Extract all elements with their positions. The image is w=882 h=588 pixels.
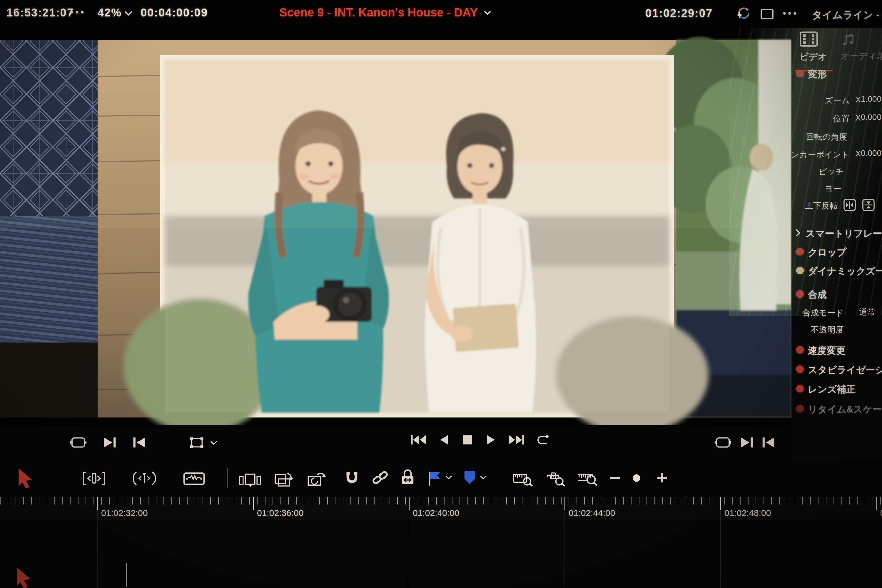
lens-correction-toggle[interactable] xyxy=(796,385,804,393)
transport-controls xyxy=(410,434,551,446)
viewer-zoom-level[interactable]: 42% xyxy=(98,6,122,19)
tab-video[interactable]: ビデオ xyxy=(800,32,827,63)
timeline-ruler[interactable]: 01:02:32:00 01:02:36:00 01:02:40:00 01:0… xyxy=(0,497,882,520)
timeline-options-menu[interactable]: ••• xyxy=(783,8,798,19)
selection-tool-active[interactable] xyxy=(15,467,36,490)
clip-title-dropdown[interactable]: Scene 9 - INT. Kanon's House - DAY xyxy=(279,6,492,19)
ruler-label: 01:02:48:00 xyxy=(724,508,771,518)
crop-toggle[interactable] xyxy=(796,248,804,255)
smart-reframe-section[interactable]: スマートリフレーム xyxy=(806,227,882,240)
view-options-chevron-icon xyxy=(209,439,218,446)
mouse-cursor-arrow xyxy=(14,566,36,588)
magic-mask-icon[interactable] xyxy=(734,5,752,24)
dynamic-zoom-section[interactable]: ダイナミックズーム xyxy=(808,265,882,278)
goto-in-icon[interactable] xyxy=(761,436,777,449)
tab-effects[interactable]: エフェクト xyxy=(868,49,882,61)
ruler-label: 01:02:32:00 xyxy=(101,508,148,518)
composite-toggle[interactable] xyxy=(796,290,804,298)
zoom-out-minus-icon[interactable] xyxy=(609,476,621,480)
playhead-timecode: 01:02:29:07 xyxy=(645,7,712,20)
rotation-label: 回転の角度 xyxy=(806,131,847,142)
flip-vertical-icon[interactable] xyxy=(862,198,875,212)
zoom-label: ズーム xyxy=(825,95,850,106)
play-to-end-icon[interactable] xyxy=(101,436,117,449)
last-frame-icon[interactable] xyxy=(508,434,525,446)
position-lock-icon[interactable] xyxy=(399,468,416,487)
replace-clip-icon[interactable] xyxy=(306,472,329,488)
anchor-value-field[interactable]: 0.000 xyxy=(861,148,881,158)
duration-timecode: 00:04:00:09 xyxy=(141,6,208,19)
timeline-view-options-button[interactable] xyxy=(188,436,218,450)
transform-section[interactable]: 変形 xyxy=(808,68,827,81)
insert-clip-icon[interactable] xyxy=(239,472,262,488)
composite-mode-select[interactable]: 通常 xyxy=(859,307,876,318)
trim-edit-mode-icon[interactable] xyxy=(82,470,106,487)
crop-section[interactable]: クロップ xyxy=(808,246,846,259)
toolbar-separator-2 xyxy=(499,468,499,488)
position-value-field[interactable]: 0.000 xyxy=(861,112,881,122)
composite-mode-label: 合成モード xyxy=(802,307,844,318)
viewer-options-menu[interactable]: ••• xyxy=(70,6,86,18)
retime-scaling-toggle[interactable] xyxy=(796,405,804,412)
zoom-in-plus-icon[interactable] xyxy=(656,472,668,484)
toolbar-separator xyxy=(227,468,228,488)
zoom-axis: X xyxy=(855,95,861,104)
stabilization-section[interactable]: スタビライゼーション xyxy=(808,364,882,376)
zoom-full-extent-icon[interactable] xyxy=(512,471,535,487)
play-icon[interactable] xyxy=(485,434,497,446)
timeline-toolbar xyxy=(0,460,882,497)
tab-video-label: ビデオ xyxy=(800,51,827,63)
retime-scaling-section[interactable]: リタイム&スケーリング xyxy=(808,403,882,416)
linked-selection-icon[interactable] xyxy=(371,470,389,487)
smart-reframe-expander-icon[interactable] xyxy=(794,228,801,237)
viewer-top-bar: 16:53:21:07 ••• 42% 00:04:00:09 Scene 9 … xyxy=(0,0,882,28)
timeline-gridline xyxy=(720,497,721,588)
ruler-ticks xyxy=(0,497,882,504)
flag-icon[interactable] xyxy=(427,470,443,487)
zoom-chevron-down-icon[interactable] xyxy=(123,9,134,17)
yaw-label: ヨー xyxy=(825,183,842,194)
source-timecode: 16:53:21:07 xyxy=(6,6,74,19)
marker-icon[interactable] xyxy=(462,470,477,486)
overwrite-clip-icon[interactable] xyxy=(273,472,295,488)
lens-correction-section[interactable]: レンズ補正 xyxy=(808,383,855,396)
razor-tool-icon[interactable] xyxy=(183,471,205,486)
timeline-tracks[interactable] xyxy=(0,520,882,588)
speed-change-toggle[interactable] xyxy=(796,346,804,354)
zoom-value-field[interactable]: 1.000 xyxy=(861,94,881,104)
zoom-detail-icon[interactable] xyxy=(546,471,567,487)
goto-out-icon[interactable] xyxy=(738,436,754,449)
composite-section[interactable]: 合成 xyxy=(808,288,827,302)
scene-title: Scene 9 - INT. Kanon's House - DAY xyxy=(279,6,478,19)
transform-toggle[interactable] xyxy=(796,70,804,77)
position-label: 位置 xyxy=(833,113,850,124)
expand-viewer-icon[interactable] xyxy=(760,8,774,20)
step-back-icon[interactable] xyxy=(438,434,450,446)
dynamic-trim-icon[interactable] xyxy=(133,470,156,487)
flip-horizontal-icon[interactable] xyxy=(843,198,856,212)
snapping-magnet-icon[interactable] xyxy=(344,470,360,487)
zoom-custom-icon[interactable] xyxy=(577,471,599,487)
marker-chevron-icon[interactable] xyxy=(479,474,488,481)
first-frame-icon[interactable] xyxy=(410,434,427,446)
timeline-gridline xyxy=(97,497,98,588)
video-frame xyxy=(0,28,792,425)
match-frame-icon[interactable] xyxy=(714,436,732,449)
stabilization-toggle[interactable] xyxy=(796,366,804,373)
dynamic-zoom-toggle[interactable] xyxy=(796,267,804,274)
film-strip-icon xyxy=(800,32,818,47)
zoom-slider-handle[interactable] xyxy=(632,473,642,483)
loop-in-out-icon[interactable] xyxy=(69,436,87,449)
loop-playback-icon[interactable] xyxy=(536,434,551,446)
flag-chevron-icon[interactable] xyxy=(444,474,453,481)
playhead-line[interactable] xyxy=(126,563,127,586)
speed-change-section[interactable]: 速度変更 xyxy=(808,344,846,357)
view-options-icon xyxy=(188,436,205,450)
play-from-start-icon[interactable] xyxy=(132,436,148,449)
flip-label: 上下反転 xyxy=(805,200,838,212)
stop-icon[interactable] xyxy=(461,434,474,446)
timeline-gridline xyxy=(409,497,409,588)
timeline-gridline xyxy=(564,497,565,588)
video-frame-content xyxy=(0,37,792,425)
timeline-viewer xyxy=(0,28,792,425)
